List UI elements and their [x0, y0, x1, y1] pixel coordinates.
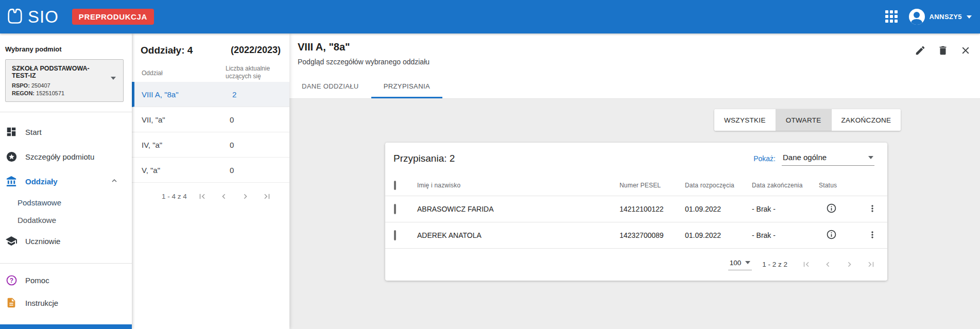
row-checkbox[interactable]: [394, 204, 396, 214]
select-all-checkbox[interactable]: [394, 181, 396, 190]
sidebar-divider: [0, 263, 132, 264]
delete-icon[interactable]: [937, 45, 949, 57]
next-page-icon[interactable]: [844, 259, 854, 270]
show-label: Pokaż:: [753, 154, 776, 163]
tab-dane-oddzialu[interactable]: DANE ODDZIAŁU: [289, 74, 371, 98]
table-header-row: Imię i nazwisko Numer PESEL Data rozpocz…: [385, 175, 887, 196]
sio-logo: SIO: [5, 6, 59, 28]
sidebar-item-label: Oddziały: [25, 177, 58, 186]
caret-down-icon: [745, 261, 750, 264]
app-root: SIO PREPRODUKCJA ANNSZY5 Wybrany podmiot…: [0, 0, 980, 329]
branch-list-pagination: 1 - 4 z 4: [132, 191, 289, 201]
show-control: Pokaż: Dane ogólne: [753, 152, 874, 166]
column-oddzial: Oddział: [142, 70, 163, 77]
branch-list-header: Oddziały: 4 (2022/2023): [132, 33, 289, 57]
detail-subtitle: Podgląd szczegółów wybranego oddziału: [298, 58, 429, 66]
prev-page-icon[interactable]: [822, 259, 833, 270]
prev-page-icon[interactable]: [219, 191, 229, 201]
caret-down-icon: [967, 15, 972, 19]
status-filter-group: WSZYSTKIE OTWARTE ZAKOŃCZONE: [714, 109, 901, 131]
show-select[interactable]: Dane ogólne: [782, 152, 874, 166]
sidebar-divider: [0, 112, 132, 112]
branch-row[interactable]: VII, "a" 0: [132, 107, 289, 132]
last-page-icon[interactable]: [262, 191, 272, 201]
topbar-right: ANNSZY5: [885, 0, 972, 33]
column-status: Status: [819, 182, 857, 189]
school-year: (2022/2023): [231, 45, 281, 56]
branch-row[interactable]: V, "a" 0: [132, 158, 289, 183]
row-checkbox[interactable]: [394, 230, 396, 240]
sidebar-item-szczegoly-podmiotu[interactable]: Szczegóły podmiotu: [0, 144, 132, 169]
sidebar-item-label: Pomoc: [25, 276, 49, 285]
school-icon: [5, 235, 18, 247]
close-icon[interactable]: [959, 45, 972, 57]
sidebar-item-label: Szczegóły podmiotu: [25, 152, 94, 161]
sidebar-item-oddzialy[interactable]: Oddziały: [0, 169, 132, 194]
entity-regon: REGON: 152510571: [12, 90, 106, 96]
bank-icon: [5, 175, 18, 187]
cell-pesel: 14212100122: [620, 205, 685, 213]
page-size-select[interactable]: 100: [728, 259, 752, 270]
help-icon: ?: [5, 274, 18, 286]
column-data-rozpoczecia: Data rozpoczęcia: [685, 182, 752, 189]
cell-name: ABRASOWICZ FARIDA: [417, 205, 620, 213]
kebab-icon[interactable]: [866, 229, 879, 241]
sidebar-nav: Start Szczegóły podmiotu Oddziały Podsta…: [0, 119, 132, 253]
sidebar-item-label: Instrukcje: [25, 299, 58, 307]
branch-row-selected[interactable]: VIII A, "8a" 2: [132, 82, 289, 107]
detail-content: WSZYSTKIE OTWARTE ZAKOŃCZONE Przypisania…: [289, 99, 980, 329]
environment-badge: PREPRODUKCJA: [72, 9, 154, 25]
entity-name: SZKOŁA PODSTAWOWA-TEST-IZ: [12, 65, 106, 79]
column-imie-i-nazwisko: Imię i nazwisko: [417, 182, 620, 189]
caret-down-icon: [111, 77, 116, 80]
sidebar-subitem-dodatkowe[interactable]: Dodatkowe: [0, 211, 132, 229]
first-page-icon[interactable]: [197, 191, 208, 201]
apps-grid-icon[interactable]: [885, 10, 899, 24]
filter-zakonczone[interactable]: ZAKOŃCZONE: [831, 109, 901, 131]
cell-start-date: 01.09.2022: [685, 231, 752, 239]
kebab-icon[interactable]: [866, 203, 879, 215]
table-row: ABRASOWICZ FARIDA 14212100122 01.09.2022…: [385, 196, 887, 222]
chevron-up-icon: [110, 177, 118, 187]
user-name: ANNSZY5: [930, 13, 962, 21]
cell-start-date: 01.09.2022: [685, 205, 752, 213]
top-bar: SIO PREPRODUKCJA ANNSZY5: [0, 0, 980, 33]
detail-tabs: DANE ODDZIAŁU PRZYPISANIA: [289, 74, 442, 98]
sidebar-item-label: Uczniowie: [25, 237, 60, 246]
tab-przypisania[interactable]: PRZYPISANIA: [371, 74, 442, 98]
detail-title: VIII A, "8a": [298, 41, 350, 53]
sidebar-item-start[interactable]: Start: [0, 119, 132, 144]
card-footer: 100 1 - 2 z 2: [385, 249, 887, 280]
edit-icon[interactable]: [914, 45, 926, 57]
table-row: ADEREK ANATOLA 14232700089 01.09.2022 - …: [385, 222, 887, 249]
cell-end-date: - Brak -: [752, 231, 819, 239]
detail-panel: VIII A, "8a" Podgląd szczegółów wybraneg…: [289, 33, 980, 329]
card-pagination: [801, 259, 876, 270]
info-icon[interactable]: [825, 203, 837, 215]
entity-rspo: RSPO: 250407: [12, 82, 106, 89]
detail-actions: [914, 45, 972, 57]
sidebar-subitem-podstawowe[interactable]: Podstawowe: [0, 194, 132, 211]
entity-selector[interactable]: SZKOŁA PODSTAWOWA-TEST-IZ RSPO: 250407 R…: [5, 59, 124, 102]
sidebar-item-uczniowie[interactable]: Uczniowie: [0, 229, 132, 253]
next-page-icon[interactable]: [240, 191, 251, 201]
selected-entity-label: Wybrany podmiot: [5, 45, 132, 53]
cell-end-date: - Brak -: [752, 205, 819, 213]
first-page-icon[interactable]: [801, 259, 811, 270]
pagination-range: 1 - 4 z 4: [162, 193, 187, 200]
branch-row[interactable]: IV, "a" 0: [132, 132, 289, 158]
user-menu[interactable]: ANNSZY5: [909, 9, 972, 25]
branch-list-column-headers: Oddział Liczba aktualnie uczących się: [132, 57, 289, 82]
pagination-range: 1 - 2 z 2: [762, 261, 787, 268]
filter-otwarte[interactable]: OTWARTE: [776, 109, 831, 131]
assignments-card: Przypisania: 2 Pokaż: Dane ogólne Imię i…: [385, 143, 887, 281]
cell-pesel: 14232700089: [620, 231, 685, 239]
info-icon[interactable]: [825, 229, 837, 241]
sidebar-item-pomoc[interactable]: ? Pomoc: [0, 269, 132, 291]
sidebar-nav-secondary: ? Pomoc Instrukcje: [0, 269, 132, 314]
last-page-icon[interactable]: [866, 259, 876, 270]
column-pesel: Numer PESEL: [620, 182, 685, 189]
filter-wszystkie[interactable]: WSZYSTKIE: [714, 109, 776, 131]
sidebar-item-instrukcje[interactable]: Instrukcje: [0, 291, 132, 314]
branch-list-title: Oddziały: 4: [141, 45, 193, 56]
